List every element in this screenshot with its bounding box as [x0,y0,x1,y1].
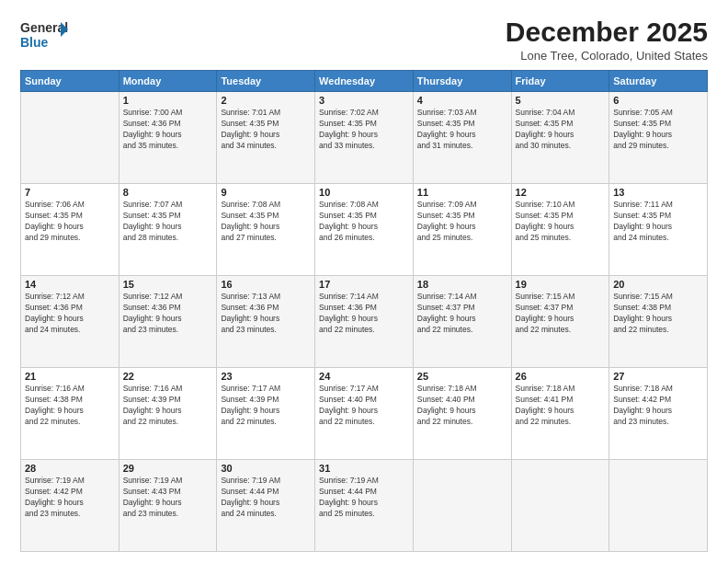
day-info: Sunrise: 7:12 AMSunset: 4:36 PMDaylight:… [25,292,115,336]
logo: GeneralBlue [20,17,68,52]
day-number: 13 [613,187,703,198]
day-number: 11 [417,187,507,198]
calendar-cell: 14Sunrise: 7:12 AMSunset: 4:36 PMDayligh… [21,276,119,368]
day-info: Sunrise: 7:12 AMSunset: 4:36 PMDaylight:… [123,292,213,336]
calendar-table: SundayMondayTuesdayWednesdayThursdayFrid… [20,70,708,552]
calendar-cell: 10Sunrise: 7:08 AMSunset: 4:35 PMDayligh… [315,184,414,276]
calendar-cell: 30Sunrise: 7:19 AMSunset: 4:44 PMDayligh… [217,460,315,552]
day-info: Sunrise: 7:19 AMSunset: 4:42 PMDaylight:… [25,476,115,520]
calendar-header: SundayMondayTuesdayWednesdayThursdayFrid… [21,71,708,92]
day-info: Sunrise: 7:16 AMSunset: 4:39 PMDaylight:… [123,384,213,428]
calendar-cell: 13Sunrise: 7:11 AMSunset: 4:35 PMDayligh… [609,184,708,276]
day-info: Sunrise: 7:17 AMSunset: 4:39 PMDaylight:… [221,384,311,428]
day-number: 2 [221,95,311,106]
calendar-cell: 9Sunrise: 7:08 AMSunset: 4:35 PMDaylight… [217,184,315,276]
calendar-cell: 15Sunrise: 7:12 AMSunset: 4:36 PMDayligh… [119,276,217,368]
day-number: 23 [221,371,311,382]
day-number: 21 [25,371,115,382]
page: GeneralBlue December 2025 Lone Tree, Col… [0,0,728,563]
day-number: 26 [516,371,606,382]
day-number: 30 [221,463,311,474]
calendar-cell: 24Sunrise: 7:17 AMSunset: 4:40 PMDayligh… [315,368,414,460]
day-number: 27 [613,371,703,382]
calendar-cell: 20Sunrise: 7:15 AMSunset: 4:38 PMDayligh… [609,276,708,368]
day-info: Sunrise: 7:19 AMSunset: 4:43 PMDaylight:… [123,476,213,520]
day-info: Sunrise: 7:08 AMSunset: 4:35 PMDaylight:… [319,200,409,244]
calendar-cell: 2Sunrise: 7:01 AMSunset: 4:35 PMDaylight… [217,92,315,184]
calendar-cell: 3Sunrise: 7:02 AMSunset: 4:35 PMDaylight… [315,92,414,184]
day-number: 18 [417,279,507,290]
day-number: 10 [319,187,409,198]
day-number: 20 [613,279,703,290]
day-number: 16 [221,279,311,290]
calendar-cell: 22Sunrise: 7:16 AMSunset: 4:39 PMDayligh… [119,368,217,460]
day-info: Sunrise: 7:18 AMSunset: 4:40 PMDaylight:… [417,384,507,428]
day-number: 17 [319,279,409,290]
day-number: 19 [516,279,606,290]
calendar-body: 1Sunrise: 7:00 AMSunset: 4:36 PMDaylight… [21,92,708,552]
svg-text:Blue: Blue [20,35,49,50]
calendar-cell: 26Sunrise: 7:18 AMSunset: 4:41 PMDayligh… [511,368,609,460]
day-info: Sunrise: 7:03 AMSunset: 4:35 PMDaylight:… [417,108,507,152]
day-number: 4 [417,95,507,106]
day-number: 24 [319,371,409,382]
calendar-cell: 5Sunrise: 7:04 AMSunset: 4:35 PMDaylight… [511,92,609,184]
day-info: Sunrise: 7:17 AMSunset: 4:40 PMDaylight:… [319,384,409,428]
day-info: Sunrise: 7:08 AMSunset: 4:35 PMDaylight:… [221,200,311,244]
day-info: Sunrise: 7:14 AMSunset: 4:37 PMDaylight:… [417,292,507,336]
day-number: 3 [319,95,409,106]
day-info: Sunrise: 7:19 AMSunset: 4:44 PMDaylight:… [319,476,409,520]
calendar-cell: 31Sunrise: 7:19 AMSunset: 4:44 PMDayligh… [315,460,414,552]
header-day-saturday: Saturday [609,71,708,92]
calendar-cell: 12Sunrise: 7:10 AMSunset: 4:35 PMDayligh… [511,184,609,276]
calendar-cell: 19Sunrise: 7:15 AMSunset: 4:37 PMDayligh… [511,276,609,368]
day-number: 9 [221,187,311,198]
calendar-week-1: 1Sunrise: 7:00 AMSunset: 4:36 PMDaylight… [21,92,708,184]
calendar-cell: 8Sunrise: 7:07 AMSunset: 4:35 PMDaylight… [119,184,217,276]
calendar-week-3: 14Sunrise: 7:12 AMSunset: 4:36 PMDayligh… [21,276,708,368]
day-info: Sunrise: 7:19 AMSunset: 4:44 PMDaylight:… [221,476,311,520]
calendar-cell: 25Sunrise: 7:18 AMSunset: 4:40 PMDayligh… [413,368,511,460]
day-info: Sunrise: 7:18 AMSunset: 4:42 PMDaylight:… [613,384,703,428]
day-info: Sunrise: 7:07 AMSunset: 4:35 PMDaylight:… [123,200,213,244]
day-info: Sunrise: 7:01 AMSunset: 4:35 PMDaylight:… [221,108,311,152]
calendar-week-4: 21Sunrise: 7:16 AMSunset: 4:38 PMDayligh… [21,368,708,460]
calendar-cell: 17Sunrise: 7:14 AMSunset: 4:36 PMDayligh… [315,276,414,368]
day-info: Sunrise: 7:15 AMSunset: 4:38 PMDaylight:… [613,292,703,336]
calendar-cell: 6Sunrise: 7:05 AMSunset: 4:35 PMDaylight… [609,92,708,184]
calendar-cell: 21Sunrise: 7:16 AMSunset: 4:38 PMDayligh… [21,368,119,460]
calendar-cell: 16Sunrise: 7:13 AMSunset: 4:36 PMDayligh… [217,276,315,368]
title-block: December 2025 Lone Tree, Colorado, Unite… [506,17,708,63]
day-number: 6 [613,95,703,106]
day-number: 8 [123,187,213,198]
day-info: Sunrise: 7:06 AMSunset: 4:35 PMDaylight:… [25,200,115,244]
day-info: Sunrise: 7:18 AMSunset: 4:41 PMDaylight:… [516,384,606,428]
calendar-week-2: 7Sunrise: 7:06 AMSunset: 4:35 PMDaylight… [21,184,708,276]
calendar-cell [413,460,511,552]
day-number: 7 [25,187,115,198]
day-number: 29 [123,463,213,474]
calendar-week-5: 28Sunrise: 7:19 AMSunset: 4:42 PMDayligh… [21,460,708,552]
day-info: Sunrise: 7:05 AMSunset: 4:35 PMDaylight:… [613,108,703,152]
day-number: 28 [25,463,115,474]
header: GeneralBlue December 2025 Lone Tree, Col… [20,17,708,63]
calendar-cell: 7Sunrise: 7:06 AMSunset: 4:35 PMDaylight… [21,184,119,276]
day-info: Sunrise: 7:15 AMSunset: 4:37 PMDaylight:… [516,292,606,336]
day-number: 31 [319,463,409,474]
day-info: Sunrise: 7:10 AMSunset: 4:35 PMDaylight:… [516,200,606,244]
day-number: 25 [417,371,507,382]
day-number: 12 [516,187,606,198]
day-number: 5 [516,95,606,106]
header-day-sunday: Sunday [21,71,119,92]
calendar-cell: 29Sunrise: 7:19 AMSunset: 4:43 PMDayligh… [119,460,217,552]
day-info: Sunrise: 7:09 AMSunset: 4:35 PMDaylight:… [417,200,507,244]
calendar-cell [21,92,119,184]
calendar-cell: 11Sunrise: 7:09 AMSunset: 4:35 PMDayligh… [413,184,511,276]
day-info: Sunrise: 7:13 AMSunset: 4:36 PMDaylight:… [221,292,311,336]
main-title: December 2025 [506,17,708,47]
day-info: Sunrise: 7:16 AMSunset: 4:38 PMDaylight:… [25,384,115,428]
day-number: 14 [25,279,115,290]
day-number: 15 [123,279,213,290]
calendar-cell: 18Sunrise: 7:14 AMSunset: 4:37 PMDayligh… [413,276,511,368]
day-number: 1 [123,95,213,106]
